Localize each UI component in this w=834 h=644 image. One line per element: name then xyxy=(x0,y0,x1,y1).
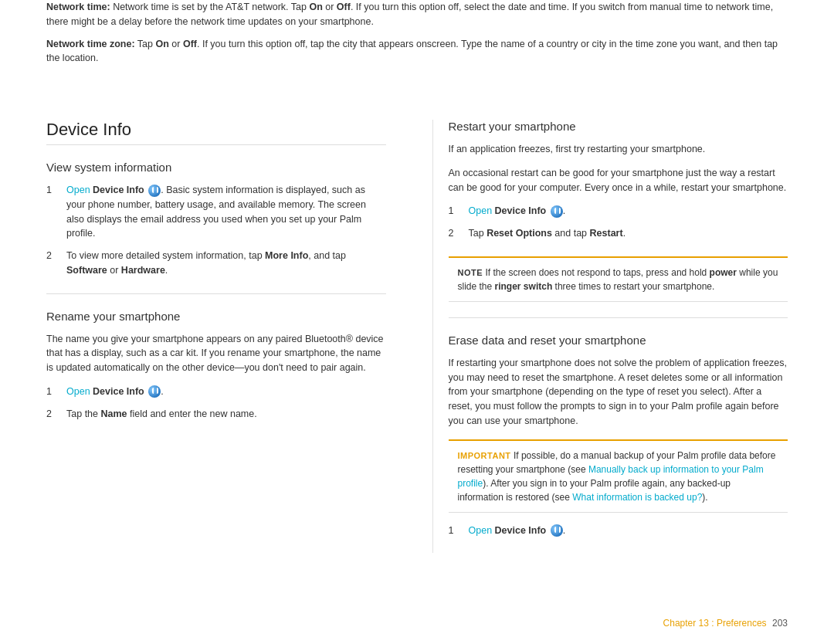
erase-reset-steps: 1 Open Device Info . xyxy=(449,524,788,538)
step-text: Tap Reset Options and tap Restart. xyxy=(469,226,788,241)
rename-steps: 1 Open Device Info . 2 Tap the Name fiel… xyxy=(46,385,386,422)
important-box: IMPORTANT If possible, do a manual backu… xyxy=(449,439,788,513)
open-device-info-link-2[interactable]: Open xyxy=(66,386,90,397)
left-column: Device Info View system information 1 Op… xyxy=(46,120,402,553)
note-label: NOTE xyxy=(458,268,483,277)
step-item: 1 Open Device Info . xyxy=(449,524,788,538)
top-notes: Network time: Network time is set by the… xyxy=(0,0,834,89)
what-info-backed-up-link[interactable]: What information is backed up? xyxy=(572,492,702,503)
open-device-info-link-3[interactable]: Open xyxy=(469,205,493,216)
step-text: Open Device Info . xyxy=(469,204,788,219)
step-text: Tap the Name field and enter the new nam… xyxy=(66,407,386,422)
step-item: 2 To view more detailed system informati… xyxy=(46,249,386,278)
note-box: NOTE If the screen does not respond to t… xyxy=(449,256,788,302)
network-time-label: Network time: xyxy=(46,2,110,12)
right-column: Restart your smartphone If an applicatio… xyxy=(432,120,788,553)
open-device-info-link-4[interactable]: Open xyxy=(469,525,493,536)
erase-reset-para1: If restarting your smartphone does not s… xyxy=(449,356,788,429)
chapter-label: Chapter 13 : Preferences xyxy=(663,618,767,629)
important-label: IMPORTANT xyxy=(458,451,511,460)
erase-reset-title: Erase data and reset your smartphone xyxy=(449,334,788,347)
page-container: Device Info View system information 1 Op… xyxy=(0,89,834,599)
section-divider-2 xyxy=(449,317,788,318)
step-number: 2 xyxy=(46,407,59,422)
open-device-info-link-1[interactable]: Open xyxy=(66,185,90,195)
step-item: 1 Open Device Info . xyxy=(46,385,386,399)
footer: Chapter 13 : Preferences 203 xyxy=(663,618,788,629)
step-number: 1 xyxy=(46,385,59,399)
step-text: Open Device Info . xyxy=(469,524,788,538)
step-item: 1 Open Device Info . Basic system inform… xyxy=(46,183,386,241)
rename-title: Rename your smartphone xyxy=(46,310,386,323)
step-number: 2 xyxy=(46,249,59,278)
restart-steps: 1 Open Device Info . 2 Tap Reset Options… xyxy=(449,204,788,241)
view-system-steps: 1 Open Device Info . Basic system inform… xyxy=(46,183,386,278)
step-number: 1 xyxy=(449,204,461,219)
network-time-zone-label: Network time zone: xyxy=(46,39,135,49)
step-text: To view more detailed system information… xyxy=(66,249,386,278)
restart-para1: If an application freezes, first try res… xyxy=(449,142,788,157)
step-item: 1 Open Device Info . xyxy=(449,204,788,219)
device-info-icon-1 xyxy=(148,185,161,197)
device-info-title: Device Info xyxy=(46,120,386,145)
section-divider xyxy=(46,293,386,294)
page-number: 203 xyxy=(770,618,788,629)
rename-intro: The name you give your smartphone appear… xyxy=(46,332,386,375)
restart-para2: An occasional restart can be good for yo… xyxy=(449,166,788,195)
view-system-title: View system information xyxy=(46,161,386,174)
step-item: 2 Tap the Name field and enter the new n… xyxy=(46,407,386,422)
network-time-zone-note: Network time zone: Tap On or Off. If you… xyxy=(46,37,788,66)
step-number: 1 xyxy=(449,524,461,538)
network-time-note: Network time: Network time is set by the… xyxy=(46,0,788,29)
device-info-icon-2 xyxy=(148,385,161,398)
device-info-icon-3 xyxy=(551,205,563,218)
step-text: Open Device Info . Basic system informat… xyxy=(66,183,386,241)
step-item: 2 Tap Reset Options and tap Restart. xyxy=(449,226,788,241)
step-number: 1 xyxy=(46,183,59,241)
restart-title: Restart your smartphone xyxy=(449,120,788,133)
step-number: 2 xyxy=(449,226,461,241)
device-info-icon-4 xyxy=(551,524,563,537)
step-text: Open Device Info . xyxy=(66,385,386,399)
